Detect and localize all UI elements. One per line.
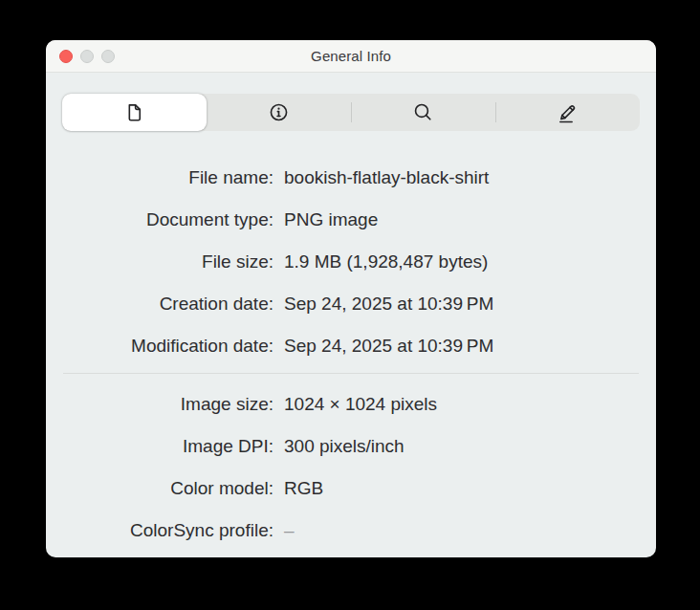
markup-pencil-icon: [556, 100, 580, 124]
traffic-lights: [59, 40, 115, 72]
tab-keywords[interactable]: [351, 94, 495, 131]
search-icon: [412, 101, 434, 123]
row-value: –: [284, 520, 295, 541]
row-label: Image size:: [46, 394, 273, 415]
row-value: Sep 24, 2025 at 10:39 PM: [284, 336, 493, 357]
row-image-dpi: Image DPI: 300 pixels/inch: [46, 425, 656, 468]
row-value: Sep 24, 2025 at 10:39 PM: [284, 294, 493, 315]
row-creation-date: Creation date: Sep 24, 2025 at 10:39 PM: [46, 283, 656, 325]
row-label: File name:: [46, 167, 273, 188]
row-value: bookish-flatlay-black-shirt: [284, 167, 489, 188]
tab-general-info[interactable]: [62, 94, 207, 131]
window-title: General Info: [311, 48, 391, 64]
tab-annotations[interactable]: [495, 94, 640, 131]
row-modification-date: Modification date: Sep 24, 2025 at 10:39…: [46, 325, 656, 367]
row-value: 300 pixels/inch: [284, 436, 405, 457]
row-label: Color model:: [46, 478, 273, 499]
row-file-name: File name: bookish-flatlay-black-shirt: [46, 157, 656, 199]
document-icon: [123, 101, 145, 123]
tab-more-info[interactable]: [207, 94, 351, 131]
row-image-size: Image size: 1024 × 1024 pixels: [46, 383, 656, 425]
row-label: Document type:: [46, 209, 273, 230]
file-info-section: File name: bookish-flatlay-black-shirt D…: [46, 131, 656, 367]
row-color-model: Color model: RGB: [46, 468, 656, 510]
row-value: 1.9 MB (1,928,487 bytes): [284, 251, 488, 272]
image-info-section: Image size: 1024 × 1024 pixels Image DPI…: [46, 383, 656, 552]
row-value: RGB: [284, 478, 323, 499]
close-button[interactable]: [59, 50, 73, 63]
row-colorsync-profile: ColorSync profile: –: [46, 510, 656, 552]
row-label: Image DPI:: [46, 436, 273, 457]
row-label: ColorSync profile:: [46, 520, 273, 541]
minimize-button-disabled: [80, 50, 94, 63]
screen-background: General Info: [0, 0, 700, 610]
row-label: Modification date:: [46, 336, 273, 357]
row-value: PNG image: [284, 209, 378, 230]
row-file-size: File size: 1.9 MB (1,928,487 bytes): [46, 241, 656, 283]
row-document-type: Document type: PNG image: [46, 199, 656, 241]
row-label: File size:: [46, 251, 273, 272]
titlebar[interactable]: General Info: [46, 40, 656, 73]
zoom-button-disabled: [101, 50, 115, 63]
info-circle-icon: [268, 101, 290, 123]
section-divider: [63, 373, 639, 374]
inspector-tabbar: [62, 94, 640, 131]
row-label: Creation date:: [46, 294, 273, 315]
general-info-window: General Info: [46, 40, 656, 557]
row-value: 1024 × 1024 pixels: [284, 394, 437, 415]
